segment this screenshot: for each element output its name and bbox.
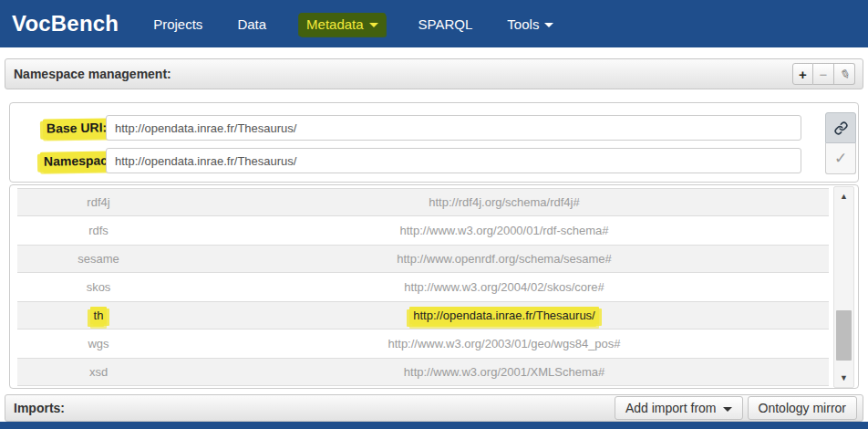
prefix-cell: sesame — [78, 252, 119, 266]
imports-header: Imports: Add import from Ontology mirror — [5, 394, 863, 422]
namespace-table-box: rdf4j http://rdf4j.org/schema/rdf4j# rdf… — [9, 184, 859, 389]
prefix-cell: th — [90, 307, 108, 324]
namespace-table: rdf4j http://rdf4j.org/schema/rdf4j# rdf… — [17, 188, 829, 386]
uri-cell: http://www.w3.org/2003/01/geo/wgs84_pos# — [388, 337, 620, 351]
namespace-table-row[interactable]: xsd http://www.w3.org/2001/XMLSchema# — [17, 358, 829, 386]
imports-title: Imports: — [14, 401, 65, 415]
namespace-table-row[interactable]: th http://opendata.inrae.fr/Thesaurus/ — [17, 301, 829, 330]
uri-cell: http://www.w3.org/2001/XMLSchema# — [404, 365, 604, 379]
uri-cell: http://www.openrdf.org/schema/sesame# — [397, 252, 612, 266]
ontology-mirror-button[interactable]: Ontology mirror — [748, 396, 857, 420]
bottom-bar — [0, 422, 868, 429]
scrollbar-thumb[interactable] — [836, 310, 852, 361]
caret-down-icon — [544, 23, 553, 27]
namespace-table-row[interactable]: rdfs http://www.w3.org/2000/01/rdf-schem… — [17, 216, 829, 245]
nav-item-label: SPARQL — [418, 16, 473, 32]
imports-buttons: Add import from Ontology mirror — [615, 396, 857, 420]
namespace-toolbar: + − ✎ — [792, 63, 855, 85]
scroll-down-icon[interactable]: ▼ — [834, 371, 853, 385]
base-uri-label: Base URI: — [43, 119, 110, 137]
nav-item-label: Tools — [507, 16, 539, 32]
nav-item[interactable]: Projects — [151, 13, 204, 36]
prefix-cell: skos — [87, 280, 111, 294]
add-namespace-button[interactable]: + — [792, 63, 813, 85]
nav-item[interactable]: Metadata — [299, 13, 386, 36]
panel-title: Namespace management: — [14, 67, 171, 81]
prefix-cell: wgs — [88, 337, 108, 351]
edit-namespace-button[interactable]: ✎ — [834, 63, 855, 85]
nav-item-label: Metadata — [306, 16, 364, 32]
scroll-up-icon[interactable]: ▲ — [834, 189, 853, 204]
namespace-table-row[interactable]: rdf4j http://rdf4j.org/schema/rdf4j# — [17, 188, 829, 216]
nav-item[interactable]: Tools — [505, 13, 555, 36]
minus-icon: − — [820, 67, 828, 82]
uri-cell: http://www.w3.org/2000/01/rdf-schema# — [399, 224, 608, 237]
pencil-icon: ✎ — [838, 66, 851, 82]
bind-namespace-button[interactable] — [825, 112, 856, 143]
namespace-management-header: Namespace management: + − ✎ — [5, 58, 863, 89]
uri-cell: http://rdf4j.org/schema/rdf4j# — [429, 195, 579, 209]
table-scrollbar[interactable]: ▲ ▼ — [833, 186, 854, 388]
nav-menu: Projects Data Metadata SPARQL Tools — [151, 13, 555, 36]
check-icon: ✓ — [834, 149, 847, 168]
plus-icon: + — [799, 67, 807, 82]
top-navbar: VocBench Projects Data Metadata SPARQL T… — [0, 0, 868, 47]
prefix-cell: rdfs — [88, 224, 108, 237]
uri-cell: http://opendata.inrae.fr/Thesaurus/ — [409, 307, 598, 324]
base-uri-input[interactable] — [106, 115, 801, 141]
namespace-input[interactable] — [106, 148, 801, 173]
uri-form-side-buttons: ✓ — [825, 112, 856, 174]
add-import-from-label: Add import from — [625, 401, 717, 415]
uri-form-box: Base URI: Namespace: ✓ — [9, 102, 859, 183]
nav-item-label: Data — [237, 16, 266, 32]
namespace-table-row[interactable]: wgs http://www.w3.org/2003/01/geo/wgs84_… — [17, 330, 829, 358]
app-brand: VocBench — [12, 11, 119, 37]
ontology-mirror-label: Ontology mirror — [759, 401, 846, 415]
nav-item-label: Projects — [153, 16, 202, 32]
nav-item[interactable]: SPARQL — [417, 13, 475, 36]
caret-down-icon — [723, 407, 732, 412]
prefix-cell: xsd — [89, 365, 108, 379]
namespace-table-row[interactable]: skos http://www.w3.org/2004/02/skos/core… — [17, 273, 829, 301]
remove-namespace-button[interactable]: − — [813, 63, 834, 85]
link-icon — [834, 121, 848, 135]
apply-button[interactable]: ✓ — [825, 143, 856, 174]
prefix-cell: rdf4j — [87, 195, 109, 209]
caret-down-icon — [369, 23, 378, 27]
nav-item[interactable]: Data — [235, 13, 268, 36]
uri-cell: http://www.w3.org/2004/02/skos/core# — [404, 280, 604, 294]
namespace-table-row[interactable]: sesame http://www.openrdf.org/schema/ses… — [17, 245, 829, 273]
add-import-from-button[interactable]: Add import from — [615, 396, 743, 420]
